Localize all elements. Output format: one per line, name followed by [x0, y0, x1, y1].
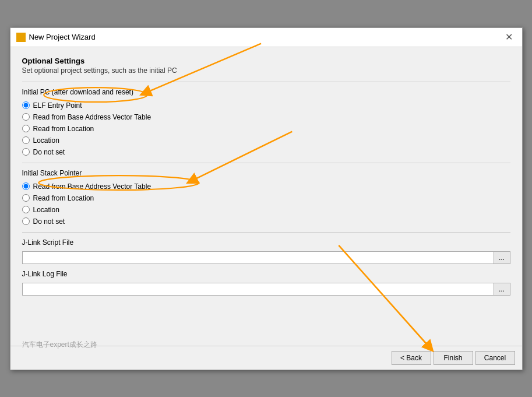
jlink-log-label: J-Link Log File: [22, 270, 510, 278]
pc-loc-fixed-option[interactable]: Location: [22, 136, 510, 145]
content-area: Optional Settings Set optional project s…: [10, 47, 522, 346]
jlink-script-browse[interactable]: ...: [494, 251, 510, 264]
pc-location-option[interactable]: Read from Location: [22, 124, 510, 133]
back-button[interactable]: < Back: [392, 351, 431, 365]
close-button[interactable]: ✕: [502, 31, 516, 43]
jlink-script-input[interactable]: [22, 251, 494, 264]
initial-pc-options: ELF Entry Point Read from Base Address V…: [22, 101, 510, 157]
jlink-script-row: ...: [22, 251, 510, 264]
cancel-button[interactable]: Cancel: [475, 351, 515, 365]
bottom-bar: < Back Finish Cancel: [10, 346, 522, 370]
sp-loc-fixed-label: Location: [33, 206, 59, 214]
finish-button[interactable]: Finish: [434, 351, 473, 365]
jlink-script-label: J-Link Script File: [22, 238, 510, 247]
pc-base-label: Read from Base Address Vector Table: [33, 113, 152, 121]
wizard-icon: [16, 33, 26, 42]
section-title: Optional Settings: [22, 57, 510, 65]
jlink-log-row: ...: [22, 283, 510, 296]
title-bar: New Project Wizard ✕: [10, 28, 522, 47]
pc-loc-fixed-label: Location: [33, 136, 59, 145]
section-subtitle: Set optional project settings, such as t…: [22, 66, 510, 75]
dialog-title: New Project Wizard: [29, 33, 96, 41]
pc-location-label: Read from Location: [33, 125, 94, 133]
sp-base-label: Read from Base Address Vector Table: [33, 182, 152, 191]
jlink-log-browse[interactable]: ...: [494, 283, 510, 296]
pc-noset-label: Do not set: [33, 148, 65, 156]
jlink-log-group: J-Link Log File ...: [22, 270, 510, 296]
sp-base-option[interactable]: Read from Base Address Vector Table: [22, 182, 510, 191]
initial-sp-group: Initial Stack Pointer Read from Base Add…: [22, 169, 510, 226]
initial-pc-group: Initial PC (after download and reset) EL…: [22, 88, 510, 157]
sp-location-option[interactable]: Read from Location: [22, 194, 510, 203]
initial-pc-label: Initial PC (after download and reset): [22, 88, 510, 96]
sp-noset-option[interactable]: Do not set: [22, 217, 510, 226]
pc-base-option[interactable]: Read from Base Address Vector Table: [22, 113, 510, 122]
jlink-script-group: J-Link Script File ...: [22, 238, 510, 264]
sp-location-label: Read from Location: [33, 194, 94, 202]
pc-elf-label: ELF Entry Point: [33, 101, 82, 110]
pc-noset-option[interactable]: Do not set: [22, 147, 510, 157]
pc-elf-option[interactable]: ELF Entry Point: [22, 101, 510, 110]
sp-noset-label: Do not set: [33, 217, 65, 226]
initial-sp-label: Initial Stack Pointer: [22, 169, 510, 177]
jlink-log-input[interactable]: [22, 283, 494, 296]
sp-loc-fixed-option[interactable]: Location: [22, 205, 510, 215]
initial-sp-options: Read from Base Address Vector Table Read…: [22, 182, 510, 226]
